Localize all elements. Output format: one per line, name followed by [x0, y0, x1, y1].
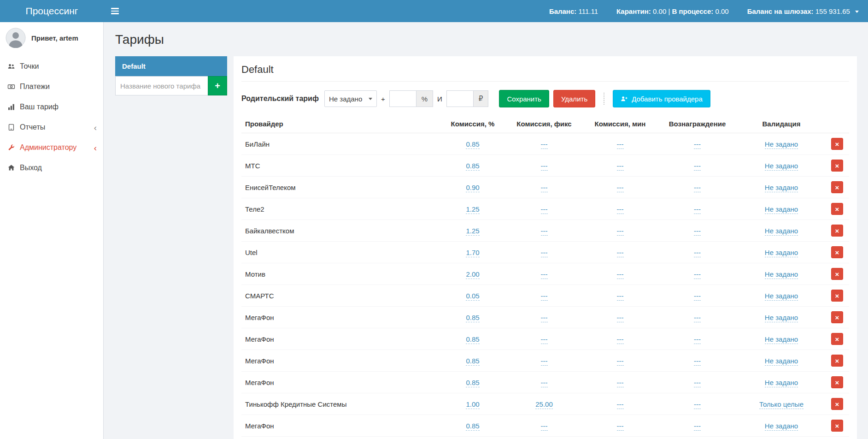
validation-value[interactable]: Не задано — [765, 335, 798, 344]
commission-fix-value[interactable]: --- — [541, 422, 548, 431]
commission-percent-value[interactable]: 1.70 — [466, 249, 479, 257]
add-tariff-button[interactable]: + — [208, 76, 227, 95]
commission-fix-value[interactable]: --- — [541, 249, 548, 257]
commission-fix-value[interactable]: --- — [541, 270, 548, 279]
reward-value[interactable]: --- — [694, 314, 701, 322]
commission-percent-value[interactable]: 0.90 — [466, 184, 479, 192]
delete-provider-button[interactable]: × — [831, 203, 843, 215]
commission-fix-value[interactable]: 25.00 — [535, 400, 553, 409]
delete-provider-button[interactable]: × — [831, 420, 843, 432]
commission-min-value[interactable]: --- — [617, 314, 624, 322]
reward-value[interactable]: --- — [694, 270, 701, 279]
delete-provider-button[interactable]: × — [831, 181, 843, 193]
reward-value[interactable]: --- — [694, 249, 701, 257]
commission-fix-value[interactable]: --- — [541, 379, 548, 387]
commission-percent-value[interactable]: 0.05 — [466, 292, 479, 301]
reward-value[interactable]: --- — [694, 205, 701, 214]
new-tariff-input[interactable] — [115, 76, 208, 95]
commission-fix-value[interactable]: --- — [541, 335, 548, 344]
delete-provider-button[interactable]: × — [831, 268, 843, 280]
validation-value[interactable]: Не задано — [765, 184, 798, 192]
delete-provider-button[interactable]: × — [831, 246, 843, 258]
commission-min-value[interactable]: --- — [617, 357, 624, 366]
reward-value[interactable]: --- — [694, 379, 701, 387]
commission-fix-value[interactable]: --- — [541, 205, 548, 214]
delete-provider-button[interactable]: × — [831, 333, 843, 345]
validation-value[interactable]: Не задано — [765, 140, 798, 149]
sidebar-item-reports[interactable]: Отчеты ‹ — [0, 117, 103, 137]
reward-value[interactable]: --- — [694, 357, 701, 366]
commission-min-value[interactable]: --- — [617, 335, 624, 344]
commission-min-value[interactable]: --- — [617, 205, 624, 214]
reward-value[interactable]: --- — [694, 422, 701, 431]
delete-provider-button[interactable]: × — [831, 138, 843, 150]
commission-percent-value[interactable]: 1.25 — [466, 205, 479, 214]
add-provider-button[interactable]: Добавить провайдера — [613, 90, 710, 107]
validation-value[interactable]: Не задано — [765, 227, 798, 236]
commission-percent-value[interactable]: 0.85 — [466, 422, 479, 431]
commission-fix-value[interactable]: --- — [541, 227, 548, 236]
commission-min-value[interactable]: --- — [617, 249, 624, 257]
parent-tariff-select[interactable]: Не задано — [324, 90, 377, 107]
validation-value[interactable]: Не задано — [765, 357, 798, 366]
fix-amount-input[interactable] — [446, 90, 473, 107]
commission-percent-value[interactable]: 0.85 — [466, 140, 479, 149]
validation-value[interactable]: Не задано — [765, 292, 798, 301]
reward-value[interactable]: --- — [694, 227, 701, 236]
delete-provider-button[interactable]: × — [831, 398, 843, 410]
commission-min-value[interactable]: --- — [617, 270, 624, 279]
commission-percent-value[interactable]: 0.85 — [466, 314, 479, 322]
sidebar-item-points[interactable]: Точки — [0, 56, 103, 77]
commission-min-value[interactable]: --- — [617, 140, 624, 149]
commission-min-value[interactable]: --- — [617, 162, 624, 171]
delete-provider-button[interactable]: × — [831, 311, 843, 323]
commission-fix-value[interactable]: --- — [541, 314, 548, 322]
sidebar-item-logout[interactable]: Выход — [0, 158, 103, 178]
validation-value[interactable]: Не задано — [765, 249, 798, 257]
app-brand[interactable]: Процессинг — [0, 0, 104, 22]
commission-fix-value[interactable]: --- — [541, 162, 548, 171]
validation-value[interactable]: Только целые — [759, 400, 803, 409]
sidebar-toggle-button[interactable] — [104, 0, 126, 22]
reward-value[interactable]: --- — [694, 140, 701, 149]
commission-min-value[interactable]: --- — [617, 184, 624, 192]
gateway-balance-dropdown[interactable]: Баланс на шлюзах: 155 931.65 — [747, 7, 859, 15]
sidebar-item-admin[interactable]: Администратору ‹ — [0, 137, 103, 158]
commission-fix-value[interactable]: --- — [541, 292, 548, 301]
validation-value[interactable]: Не задано — [765, 379, 798, 387]
commission-percent-value[interactable]: 1.00 — [466, 400, 479, 409]
reward-value[interactable]: --- — [694, 400, 701, 409]
reward-value[interactable]: --- — [694, 184, 701, 192]
commission-min-value[interactable]: --- — [617, 292, 624, 301]
commission-fix-value[interactable]: --- — [541, 140, 548, 149]
commission-percent-value[interactable]: 0.85 — [466, 162, 479, 171]
delete-provider-button[interactable]: × — [831, 160, 843, 172]
commission-percent-value[interactable]: 0.85 — [466, 379, 479, 387]
save-button[interactable]: Сохранить — [499, 90, 549, 107]
reward-value[interactable]: --- — [694, 292, 701, 301]
commission-min-value[interactable]: --- — [617, 422, 624, 431]
commission-min-value[interactable]: --- — [617, 379, 624, 387]
validation-value[interactable]: Не задано — [765, 422, 798, 431]
reward-value[interactable]: --- — [694, 335, 701, 344]
commission-percent-value[interactable]: 1.25 — [466, 227, 479, 236]
validation-value[interactable]: Не задано — [765, 270, 798, 279]
delete-provider-button[interactable]: × — [831, 225, 843, 237]
delete-provider-button[interactable]: × — [831, 355, 843, 367]
validation-value[interactable]: Не задано — [765, 314, 798, 322]
validation-value[interactable]: Не задано — [765, 205, 798, 214]
sidebar-item-payments[interactable]: Платежи — [0, 77, 103, 97]
commission-min-value[interactable]: --- — [617, 227, 624, 236]
commission-fix-value[interactable]: --- — [541, 184, 548, 192]
commission-percent-value[interactable]: 0.85 — [466, 335, 479, 344]
commission-percent-value[interactable]: 0.85 — [466, 357, 479, 366]
percent-input[interactable] — [389, 90, 416, 107]
commission-min-value[interactable]: --- — [617, 400, 624, 409]
reward-value[interactable]: --- — [694, 162, 701, 171]
validation-value[interactable]: Не задано — [765, 162, 798, 171]
commission-percent-value[interactable]: 2.00 — [466, 270, 479, 279]
delete-provider-button[interactable]: × — [831, 290, 843, 302]
delete-tariff-button[interactable]: Удалить — [553, 90, 595, 107]
tariff-item-default[interactable]: Default — [115, 56, 227, 76]
commission-fix-value[interactable]: --- — [541, 357, 548, 366]
